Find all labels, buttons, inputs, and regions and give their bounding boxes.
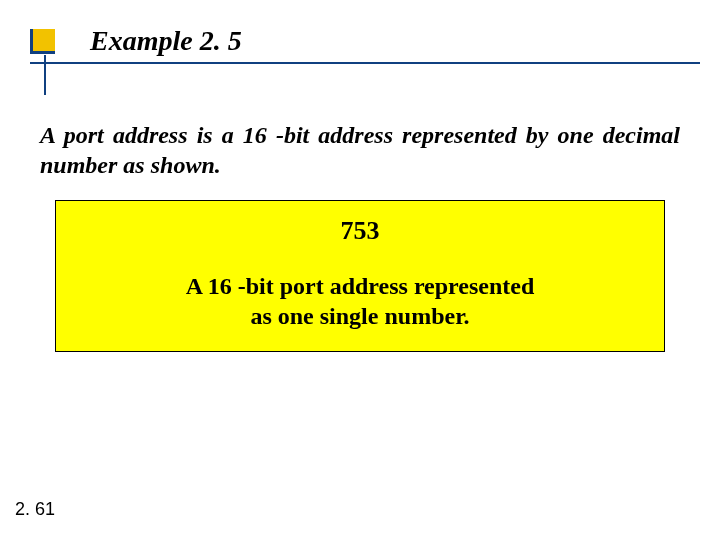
caption-line-2: as one single number. bbox=[250, 303, 469, 329]
title-bullet-tail bbox=[44, 55, 46, 95]
slide-title: Example 2. 5 bbox=[90, 25, 242, 57]
highlight-box: 753 A 16 -bit port address represented a… bbox=[55, 200, 665, 352]
title-bullet-icon bbox=[30, 29, 55, 54]
example-caption: A 16 -bit port address represented as on… bbox=[76, 271, 644, 331]
slide-title-row: Example 2. 5 bbox=[30, 25, 690, 57]
body-paragraph: A port address is a 16 -bit address repr… bbox=[40, 120, 680, 180]
page-number: 2. 61 bbox=[15, 499, 55, 520]
caption-line-1: A 16 -bit port address represented bbox=[186, 273, 535, 299]
title-underline bbox=[30, 62, 700, 64]
example-value: 753 bbox=[76, 216, 644, 246]
